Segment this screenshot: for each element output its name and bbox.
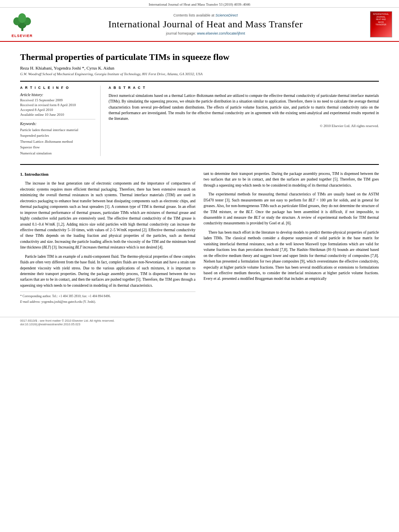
keyword-5: Numerical simulation — [20, 150, 95, 156]
body-para-r1: tant to determine their transport proper… — [204, 171, 379, 188]
keyword-2: Suspended particles — [20, 133, 95, 138]
info-divider — [20, 119, 95, 119]
abstract-text: Direct numerical simulations based on a … — [109, 93, 379, 121]
elsevier-brand-text: ELSEVIER — [12, 34, 33, 38]
bottom-text-2: doi:10.1016/j.ijheatmasstransfer.2010.05… — [20, 322, 379, 326]
abstract-copyright: © 2010 Elsevier Ltd. All rights reserved… — [109, 124, 379, 128]
journal-center: Contents lists available at ScienceDirec… — [44, 11, 367, 38]
body-para-r2: The experimental methods for measuring t… — [204, 191, 379, 226]
homepage-url: www.elsevier.com/locate/ijhmt — [197, 31, 245, 35]
section1-heading: 1. Introduction — [20, 171, 195, 178]
journal-homepage: journal homepage: www.elsevier.com/locat… — [44, 31, 367, 35]
sciencedirect-link-text: ScienceDirect — [216, 13, 238, 17]
journal-issue-info: International Journal of Heat and Mass T… — [149, 2, 251, 6]
keyword-1: Particle laden thermal interface materia… — [20, 127, 95, 133]
article-info-label: A R T I C L E I N F O — [20, 86, 95, 90]
accepted-date: Accepted 8 April 2010 — [20, 108, 95, 112]
article-info-abstract-section: A R T I C L E I N F O Article history: R… — [20, 81, 379, 156]
journal-header: ELSEVIER Contents lists available at Sci… — [0, 8, 399, 42]
revised-date: Received in revised form 8 April 2010 — [20, 103, 95, 107]
history-label: Article history: — [20, 93, 95, 97]
journal-right-logo: INTERNATIONALJOURNALHEAT ANDMASSTRANSFER — [367, 11, 395, 38]
body-para-r3: There has been much effort in the litera… — [204, 230, 379, 282]
article-body: 1. Introduction The increase in the heat… — [20, 164, 379, 305]
keywords-list: Particle laden thermal interface materia… — [20, 127, 95, 156]
keywords-label: Keywords: — [20, 122, 95, 126]
article-title: Thermal properties of particulate TIMs i… — [20, 52, 379, 62]
journal-cover-image: INTERNATIONALJOURNALHEAT ANDMASSTRANSFER — [370, 11, 392, 37]
elsevier-tree-icon — [11, 11, 33, 33]
svg-point-4 — [18, 13, 26, 23]
abstract-label: A B S T R A C T — [109, 86, 379, 90]
article-info-panel: A R T I C L E I N F O Article history: R… — [20, 86, 101, 156]
available-date: Available online 10 June 2010 — [20, 113, 95, 117]
keyword-3: Thermal Lattice–Boltzmann method — [20, 139, 95, 144]
body-para-1: The increase in the heat generation rate… — [20, 181, 195, 250]
footnote-2: E-mail address: yogendra.joshi@me.gatech… — [20, 300, 195, 304]
journal-top-bar: International Journal of Heat and Mass T… — [0, 0, 399, 8]
elsevier-logo: ELSEVIER — [4, 11, 40, 38]
keyword-4: Squeeze flow — [20, 144, 95, 150]
article-content: Thermal properties of particulate TIMs i… — [0, 42, 399, 313]
bottom-text-1: 0017-9310/$ - see front matter © 2010 El… — [20, 319, 379, 322]
article-authors: Reza H. Khiabani, Yogendra Joshi *, Cyru… — [20, 66, 379, 70]
cover-image-text: INTERNATIONALJOURNALHEAT ANDMASSTRANSFER — [373, 13, 389, 26]
body-para-2: Particle laden TIM is an example of a mu… — [20, 254, 195, 289]
footnote-1: * Corresponding author. Tel.: +1 404 385… — [20, 294, 195, 298]
article-abstract-panel: A B S T R A C T Direct numerical simulat… — [109, 86, 379, 156]
sciencedirect-line: Contents lists available at ScienceDirec… — [44, 13, 367, 17]
bottom-bar: 0017-9310/$ - see front matter © 2010 El… — [0, 317, 399, 328]
received-date: Received 15 September 2009 — [20, 98, 95, 102]
footnote-area: * Corresponding author. Tel.: +1 404 385… — [20, 292, 195, 304]
journal-title: International Journal of Heat and Mass T… — [44, 19, 367, 30]
article-affiliation: G.W. Woodruff School of Mechanical Engin… — [20, 72, 379, 76]
body-column-right: tant to determine their transport proper… — [204, 171, 379, 305]
body-column-left: 1. Introduction The increase in the heat… — [20, 171, 195, 305]
